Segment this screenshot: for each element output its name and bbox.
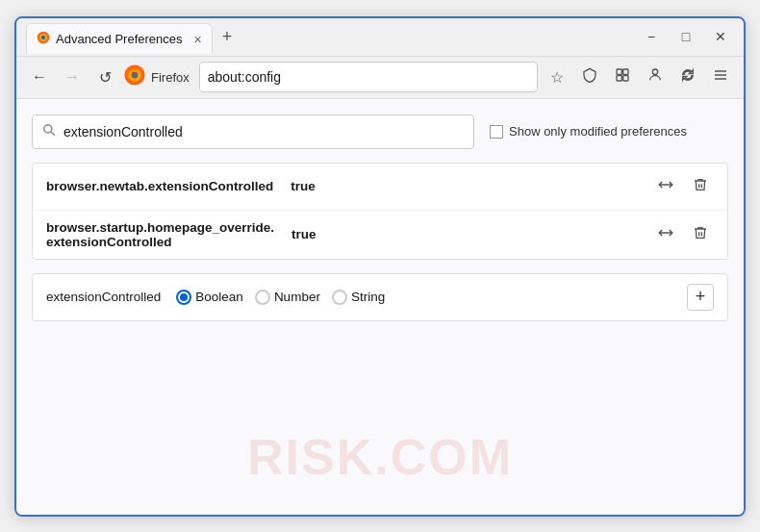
radio-number-label: Number [274,290,320,304]
search-icon [42,123,56,139]
toggle-icon-2 [657,224,674,245]
radio-string[interactable]: String [332,290,385,305]
tab-favicon [37,31,50,47]
address-bar[interactable]: about:config [199,62,538,92]
forward-button[interactable]: → [59,63,86,90]
profile-icon [647,67,663,87]
add-preference-button[interactable]: + [687,284,714,311]
delete-icon-1 [693,177,708,196]
radio-string-label: String [351,290,385,304]
hamburger-icon [713,67,728,87]
radio-number[interactable]: Number [255,290,320,305]
svg-point-10 [652,69,657,74]
row-actions-2 [652,221,714,248]
watermark: RISK.COM [247,428,513,486]
show-modified-label: Show only modified preferences [509,124,687,139]
type-radio-group: Boolean Number String [176,290,385,305]
svg-rect-8 [617,76,621,81]
svg-rect-9 [623,76,628,81]
table-row: browser.newtab.extensionControlled true [33,164,727,211]
pref-name-2a: browser.startup.homepage_override. [46,220,274,235]
svg-point-14 [44,125,52,133]
titlebar: Advanced Preferences × + − □ ✕ [16,18,744,57]
table-row: browser.startup.homepage_override. exten… [33,211,727,259]
pref-value-2: true [291,227,317,241]
browser-tab[interactable]: Advanced Preferences × [26,23,213,54]
maximize-button[interactable]: □ [672,23,699,50]
search-row: extensionControlled Show only modified p… [32,114,728,149]
add-preference-row: extensionControlled Boolean Number Strin… [32,273,728,321]
new-tab-button[interactable]: + [216,27,239,47]
extension-icon [615,67,630,87]
browser-logo [124,64,145,89]
svg-rect-7 [623,69,628,74]
pref-name-block-2: browser.startup.homepage_override. exten… [46,220,274,249]
pref-value-1: true [291,179,316,193]
address-text: about:config [208,69,281,85]
sync-button[interactable] [674,63,701,90]
toggle-button-1[interactable] [652,173,679,200]
navbar: ← → ↺ Firefox about:config ☆ [16,57,744,99]
radio-boolean-label: Boolean [195,290,243,304]
refresh-button[interactable]: ↺ [91,63,118,90]
radio-string-circle [332,290,347,305]
window-controls: − □ ✕ [638,23,734,50]
row-actions-1 [652,173,714,200]
sync-icon [680,67,696,87]
delete-icon-2 [693,225,708,244]
radio-boolean[interactable]: Boolean [176,290,243,305]
delete-button-1[interactable] [687,173,714,200]
toggle-icon-1 [657,176,674,197]
shield-button[interactable] [576,63,603,90]
delete-button-2[interactable] [687,221,714,248]
svg-point-2 [41,36,45,39]
results-table: browser.newtab.extensionControlled true [32,163,728,260]
minimize-button[interactable]: − [638,23,665,50]
show-modified-checkbox[interactable] [490,125,503,139]
nav-icons: ☆ [544,63,734,90]
shield-icon [582,67,597,87]
browser-name: Firefox [151,70,190,85]
svg-rect-6 [617,69,621,74]
browser-window: Advanced Preferences × + − □ ✕ ← → ↺ Fir… [14,16,746,517]
search-input[interactable]: extensionControlled [63,124,464,139]
new-pref-name: extensionControlled [46,290,161,304]
back-button[interactable]: ← [26,63,53,90]
pref-name-1: browser.newtab.extensionControlled [46,179,273,193]
pref-name-2b: extensionControlled [46,235,274,249]
extension-button[interactable] [609,63,636,90]
tab-close-button[interactable]: × [194,32,202,47]
show-modified-row: Show only modified preferences [490,124,687,139]
profile-button[interactable] [642,63,669,90]
star-icon: ☆ [550,68,564,87]
search-box[interactable]: extensionControlled [32,114,474,149]
content-area: RISK.COM extensionControlled Show only m… [16,99,744,515]
svg-line-15 [51,132,55,136]
menu-button[interactable] [707,63,734,90]
radio-number-circle [255,290,270,305]
close-button[interactable]: ✕ [707,23,734,50]
radio-boolean-circle [176,290,191,305]
toggle-button-2[interactable] [652,221,679,248]
tab-label: Advanced Preferences [56,32,183,46]
bookmark-star-button[interactable]: ☆ [544,63,570,90]
